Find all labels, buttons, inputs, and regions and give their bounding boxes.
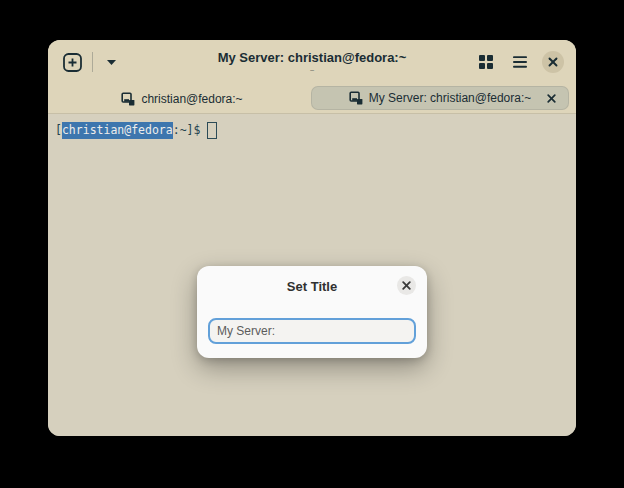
main-menu-button[interactable]	[508, 50, 532, 74]
tab-overview-button[interactable]	[474, 50, 498, 74]
dialog-title: Set Title	[287, 279, 337, 294]
chevron-down-icon	[106, 59, 117, 66]
shell-prompt: [christian@fedora:~]$	[55, 122, 576, 139]
dialog-header: Set Title	[197, 266, 427, 306]
terminal-cursor	[207, 122, 217, 139]
close-icon	[547, 94, 556, 103]
workspace-session-icon	[121, 92, 135, 106]
tab-label: My Server: christian@fedora:~	[369, 91, 532, 105]
tab-my-server[interactable]: My Server: christian@fedora:~	[311, 86, 569, 110]
terminal-window: My Server: christian@fedora:~ ~	[48, 40, 576, 436]
prompt-suffix: :~]$	[173, 122, 201, 139]
grid-icon	[478, 54, 494, 70]
tab-christian-fedora[interactable]: christian@fedora:~	[54, 84, 310, 113]
title-input[interactable]	[208, 318, 416, 344]
close-icon	[402, 281, 411, 290]
selected-text: christian@fedora	[62, 122, 173, 139]
workspace-session-icon	[349, 91, 363, 105]
set-title-dialog: Set Title	[197, 266, 427, 358]
terminal-pane[interactable]: [christian@fedora:~]$ Set Title	[48, 114, 576, 436]
tab-label: christian@fedora:~	[141, 92, 242, 106]
tab-close-button[interactable]	[542, 89, 560, 107]
prompt-prefix: [	[55, 122, 62, 139]
dialog-body	[197, 306, 427, 344]
window-close-button[interactable]	[542, 51, 564, 73]
close-icon	[548, 57, 558, 67]
header-left-controls	[60, 50, 121, 74]
new-tab-menu-button[interactable]	[101, 50, 121, 74]
window-subtitle: ~	[310, 66, 315, 75]
window-title: My Server: christian@fedora:~	[218, 50, 407, 65]
plus-square-icon	[62, 52, 83, 73]
hamburger-menu-icon	[512, 55, 528, 69]
header-divider	[92, 52, 93, 72]
tab-bar: christian@fedora:~ My Server: christian@…	[48, 84, 576, 114]
dialog-close-button[interactable]	[397, 276, 416, 295]
header-right-controls	[474, 50, 564, 74]
new-tab-button[interactable]	[60, 50, 84, 74]
header-bar: My Server: christian@fedora:~ ~	[48, 40, 576, 84]
